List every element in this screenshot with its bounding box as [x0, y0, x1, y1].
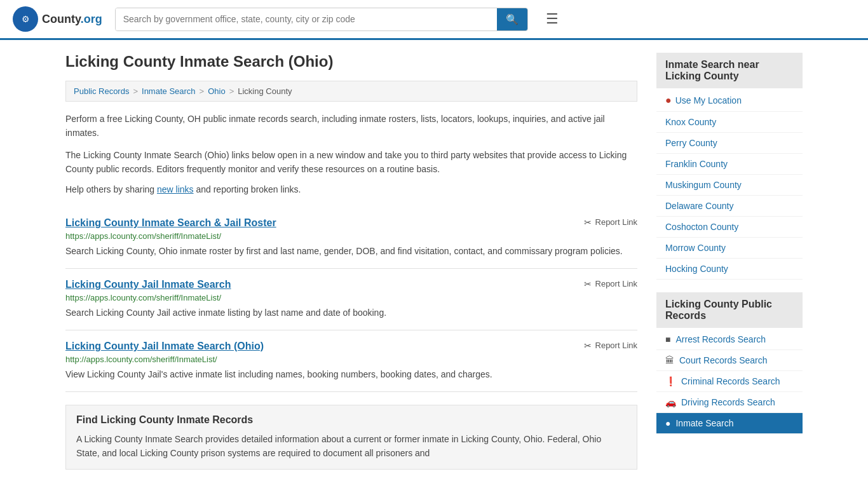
breadcrumb-sep-1: > [133, 86, 138, 96]
result-header-3: Licking County Jail Inmate Search (Ohio)… [65, 341, 637, 352]
result-title-2[interactable]: Licking County Jail Inmate Search [65, 279, 231, 290]
use-location-link[interactable]: Use My Location [675, 95, 742, 105]
result-desc-2: Search Licking County Jail active inmate… [65, 306, 637, 320]
report-label-3: Report Link [595, 341, 637, 350]
help-text: Help others by sharing new links and rep… [65, 184, 637, 194]
breadcrumb-public-records[interactable]: Public Records [74, 86, 129, 96]
report-label-2: Report Link [595, 279, 637, 288]
report-link-1[interactable]: ✂ Report Link [584, 217, 637, 227]
search-input[interactable] [116, 8, 497, 30]
site-header: ⚙ County.org 🔍 ☰ [0, 0, 868, 40]
court-records-link[interactable]: Court Records Search [679, 355, 768, 365]
hamburger-menu[interactable]: ☰ [546, 11, 559, 27]
help-suffix: and reporting broken links. [194, 184, 301, 194]
result-url-3[interactable]: http://apps.lcounty.com/sheriff/InmateLi… [65, 355, 637, 364]
description-2: The Licking County Inmate Search (Ohio) … [65, 148, 637, 177]
result-header-1: Licking County Inmate Search & Jail Rost… [65, 217, 637, 229]
result-url-2[interactable]: https://apps.lcounty.com/sheriff/InmateL… [65, 293, 637, 302]
sidebar-item-delaware[interactable]: Delaware County [656, 196, 803, 217]
breadcrumb-sep-2: > [200, 86, 205, 96]
delaware-county-link[interactable]: Delaware County [665, 201, 733, 211]
breadcrumb: Public Records > Inmate Search > Ohio > … [65, 81, 637, 102]
help-prefix: Help others by sharing [65, 184, 157, 194]
search-button[interactable]: 🔍 [497, 8, 527, 30]
driving-icon: 🚗 [665, 397, 676, 407]
breadcrumb-inmate-search[interactable]: Inmate Search [142, 86, 196, 96]
main-container: Licking County Inmate Search (Ohio) Publ… [53, 40, 815, 482]
location-dot-icon: ● [665, 95, 672, 106]
logo-text: County.org [42, 13, 102, 26]
find-title: Find Licking County Inmate Records [76, 414, 627, 426]
use-location[interactable]: ● Use My Location [656, 90, 803, 112]
sidebar: Inmate Search near Licking County ● Use … [656, 53, 803, 470]
sidebar-item-muskingum[interactable]: Muskingum County [656, 175, 803, 196]
sidebar-item-franklin[interactable]: Franklin County [656, 154, 803, 175]
find-section: Find Licking County Inmate Records A Lic… [65, 405, 637, 470]
logo-tld: .org [81, 13, 102, 25]
arrest-records-link[interactable]: Arrest Records Search [675, 334, 766, 344]
inmate-icon: ● [665, 418, 670, 428]
court-icon: 🏛 [665, 355, 674, 365]
sidebar-public-records-section: Licking County Public Records ■ Arrest R… [656, 292, 803, 434]
report-icon-3: ✂ [584, 341, 592, 351]
result-url-1[interactable]: https://apps.lcounty.com/sheriff/InmateL… [65, 231, 637, 241]
sidebar-nearby-header: Inmate Search near Licking County [656, 53, 803, 88]
sidebar-item-hocking[interactable]: Hocking County [656, 259, 803, 280]
logo[interactable]: ⚙ County.org [13, 6, 102, 32]
franklin-county-link[interactable]: Franklin County [665, 159, 728, 169]
sidebar-item-knox[interactable]: Knox County [656, 112, 803, 133]
result-item-2: Licking County Jail Inmate Search ✂ Repo… [65, 269, 637, 330]
search-bar: 🔍 [115, 8, 528, 31]
sidebar-item-perry[interactable]: Perry County [656, 133, 803, 154]
breadcrumb-licking-county: Licking County [238, 86, 292, 96]
sidebar-pr-criminal[interactable]: ❗ Criminal Records Search [656, 371, 803, 392]
report-label-1: Report Link [595, 217, 637, 227]
result-item-3: Licking County Jail Inmate Search (Ohio)… [65, 330, 637, 392]
sidebar-item-morrow[interactable]: Morrow County [656, 238, 803, 259]
report-icon-1: ✂ [584, 217, 592, 227]
arrest-icon: ■ [665, 334, 670, 344]
criminal-records-link[interactable]: Criminal Records Search [681, 376, 780, 386]
sidebar-pr-arrest[interactable]: ■ Arrest Records Search [656, 329, 803, 350]
result-title-3[interactable]: Licking County Jail Inmate Search (Ohio) [65, 341, 264, 352]
report-icon-2: ✂ [584, 279, 592, 289]
hocking-county-link[interactable]: Hocking County [665, 264, 728, 274]
sidebar-pr-inmate[interactable]: ● Inmate Search [656, 413, 803, 434]
sidebar-pr-driving[interactable]: 🚗 Driving Records Search [656, 392, 803, 413]
perry-county-link[interactable]: Perry County [665, 138, 717, 148]
result-title-1[interactable]: Licking County Inmate Search & Jail Rost… [65, 217, 276, 229]
result-desc-1: Search Licking County, Ohio inmate roste… [65, 245, 637, 258]
svg-text:⚙: ⚙ [22, 14, 30, 24]
sidebar-item-coshocton[interactable]: Coshocton County [656, 217, 803, 238]
content-area: Licking County Inmate Search (Ohio) Publ… [65, 53, 637, 470]
muskingum-county-link[interactable]: Muskingum County [665, 180, 742, 190]
result-desc-3: View Licking County Jail's active inmate… [65, 368, 637, 381]
result-item-1: Licking County Inmate Search & Jail Rost… [65, 207, 637, 269]
page-title: Licking County Inmate Search (Ohio) [65, 53, 637, 71]
criminal-icon: ❗ [665, 376, 676, 386]
inmate-search-link[interactable]: Inmate Search [675, 418, 733, 428]
logo-icon: ⚙ [13, 6, 38, 32]
breadcrumb-sep-3: > [229, 86, 234, 96]
find-desc: A Licking County Inmate Search provides … [76, 432, 627, 461]
sidebar-nearby-section: Inmate Search near Licking County ● Use … [656, 53, 803, 280]
sidebar-public-records-header: Licking County Public Records [656, 292, 803, 328]
breadcrumb-ohio[interactable]: Ohio [208, 86, 225, 96]
coshocton-county-link[interactable]: Coshocton County [665, 222, 738, 232]
description-1: Perform a free Licking County, OH public… [65, 112, 637, 140]
sidebar-pr-court[interactable]: 🏛 Court Records Search [656, 350, 803, 371]
new-links[interactable]: new links [157, 184, 194, 194]
report-link-3[interactable]: ✂ Report Link [584, 341, 637, 351]
report-link-2[interactable]: ✂ Report Link [584, 279, 637, 289]
result-header-2: Licking County Jail Inmate Search ✂ Repo… [65, 279, 637, 290]
knox-county-link[interactable]: Knox County [665, 117, 716, 127]
driving-records-link[interactable]: Driving Records Search [681, 397, 775, 407]
morrow-county-link[interactable]: Morrow County [665, 243, 726, 253]
